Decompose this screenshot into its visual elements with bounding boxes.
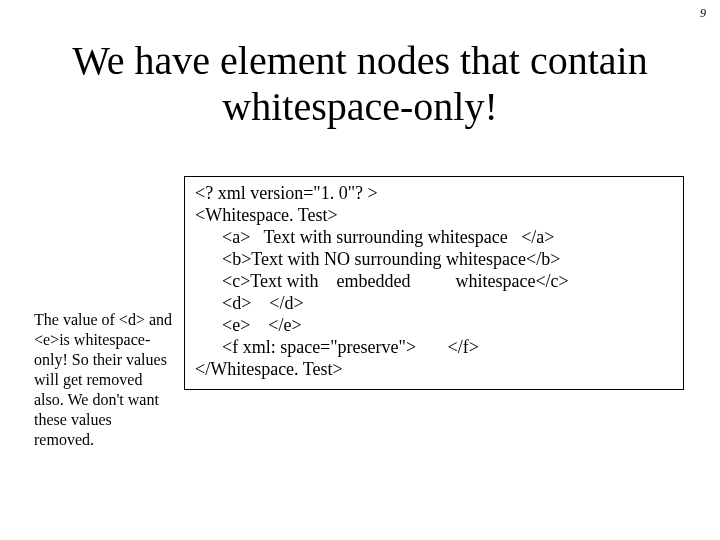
page-number: 9	[700, 6, 706, 21]
slide-title: We have element nodes that contain white…	[0, 38, 720, 130]
slide: 9 We have element nodes that contain whi…	[0, 0, 720, 540]
side-note: The value of <d> and <e>is whitespace-on…	[34, 310, 174, 450]
code-block: <? xml version="1. 0"? > <Whitespace. Te…	[184, 176, 684, 390]
